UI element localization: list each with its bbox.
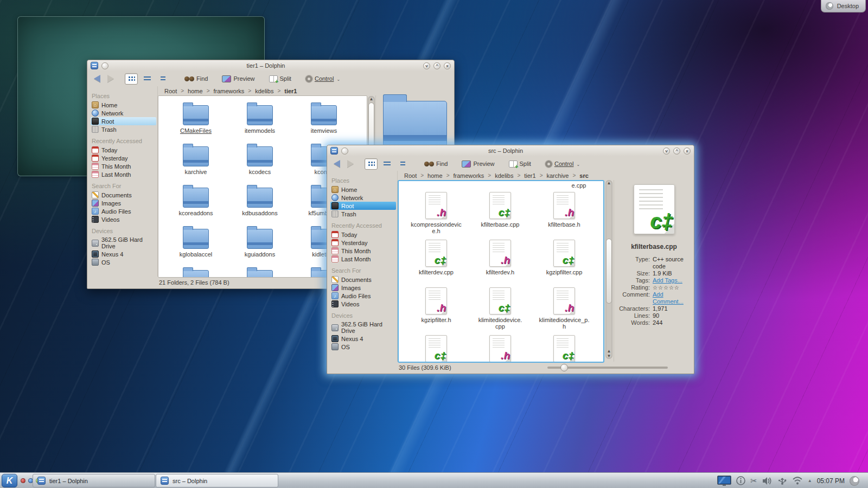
dolphin-app-icon[interactable] <box>330 147 338 155</box>
sidebar-item-last-month[interactable]: Last Month <box>91 170 156 178</box>
back-button[interactable] <box>92 74 103 84</box>
breadcrumb-item[interactable]: karchive <box>547 172 569 179</box>
file-item[interactable] <box>164 263 228 278</box>
preview-button[interactable]: Preview <box>220 74 257 84</box>
control-button[interactable]: Control⌄ <box>543 159 582 169</box>
file-item-kcodecs[interactable]: kcodecs <box>228 139 292 181</box>
folder-view[interactable]: e.cpp kcompressiondevic e.hkfilterbase.c… <box>398 180 604 363</box>
sidebar-item-nexus-4[interactable]: Nexus 4 <box>330 335 396 343</box>
forward-button[interactable] <box>105 74 116 84</box>
file-item-klimitediodevice.cpp[interactable]: klimitediodevice. cpp <box>468 284 532 332</box>
zoom-slider[interactable] <box>547 367 668 369</box>
file-item-kfilterdev.cpp[interactable]: kfilterdev.cpp <box>404 236 468 284</box>
forward-button[interactable] <box>345 159 356 169</box>
find-button[interactable]: Find <box>182 74 210 83</box>
scroll-up-icon[interactable]: ▲ <box>605 181 612 185</box>
sidebar-item-videos[interactable]: Videos <box>91 215 156 223</box>
desktop-toolbox-button[interactable]: Desktop <box>821 0 866 12</box>
maximize-button[interactable]: ^ <box>433 62 441 69</box>
back-button[interactable] <box>331 159 342 169</box>
sidebar-item-this-month[interactable]: This Month <box>330 247 396 255</box>
kde-launcher-button[interactable]: K <box>2 474 17 487</box>
usb-device-icon[interactable] <box>777 477 787 485</box>
sidebar-item-today[interactable]: Today <box>330 230 396 239</box>
vertical-scrollbar[interactable]: ▲ ▲ ▼ <box>605 180 612 359</box>
breadcrumb-item[interactable]: kdelibs <box>255 88 273 94</box>
breadcrumb-item[interactable]: tier1 <box>524 172 535 179</box>
scroll-down-icon[interactable]: ▼ <box>605 354 612 358</box>
file-item-ktar.cpp[interactable]: ktar.cpp <box>532 332 596 363</box>
info-row-link[interactable]: Add Comment... <box>653 291 694 305</box>
sidebar-item-home[interactable]: ⌂Home <box>330 185 396 194</box>
minimize-button[interactable]: v <box>663 147 670 155</box>
sidebar-item-network[interactable]: Network <box>330 194 396 202</box>
breadcrumb-item[interactable]: home <box>427 172 443 179</box>
taskbar-task-src[interactable]: src – Dolphin <box>156 474 278 487</box>
close-button[interactable]: x <box>684 147 691 155</box>
file-item-itemmodels[interactable]: itemmodels <box>228 98 292 139</box>
info-notifications-icon[interactable] <box>736 476 745 485</box>
partial-file-label[interactable]: e.cpp <box>552 182 604 189</box>
maximize-button[interactable]: ^ <box>673 147 680 155</box>
file-item-kfilterbase.h[interactable]: kfilterbase.h <box>532 189 596 236</box>
window-menu-button[interactable] <box>341 147 348 155</box>
display-settings-icon[interactable] <box>717 476 731 486</box>
titlebar[interactable]: tier1 – Dolphin v ^ x <box>87 60 454 71</box>
file-item-kgzipfilter.h[interactable]: kgzipfilter.h <box>404 284 468 332</box>
compact-view-button[interactable] <box>141 73 154 85</box>
sidebar-item-audio-files[interactable]: ♪Audio Files <box>91 207 156 215</box>
sidebar-item-yesterday[interactable]: Yesterday <box>91 154 156 162</box>
pager-dot-red-icon[interactable] <box>21 478 25 483</box>
file-item-karchive[interactable]: karchive <box>164 139 228 181</box>
sidebar-item-trash[interactable]: Trash <box>91 125 156 133</box>
rating-stars[interactable]: ☆☆☆☆☆ <box>653 284 680 291</box>
file-item-knonefilter.cpp[interactable]: knonefilter.cpp <box>404 332 468 363</box>
control-button[interactable]: Control⌄ <box>303 74 342 84</box>
sidebar-item-root[interactable]: Root <box>91 117 156 125</box>
sidebar-item-images[interactable]: Images <box>330 284 396 292</box>
file-item-kcoreaddons[interactable]: kcoreaddons <box>164 181 228 222</box>
wifi-network-icon[interactable] <box>792 477 803 485</box>
titlebar[interactable]: src – Dolphin v ^ x <box>327 145 694 156</box>
dolphin-app-icon[interactable] <box>91 62 98 69</box>
breadcrumb-item[interactable]: tier1 <box>284 88 297 94</box>
sidebar-item-362-5-gib-hard-drive[interactable]: 362.5 GiB Hard Drive <box>330 320 396 335</box>
volume-icon[interactable] <box>762 477 773 485</box>
tray-expander-arrow-icon[interactable]: ▲ <box>808 478 812 483</box>
file-item-klimitediodevice_p.h[interactable]: klimitediodevice_p. h <box>532 284 596 332</box>
breadcrumb-item[interactable]: frameworks <box>453 172 484 179</box>
icons-view-button[interactable] <box>125 73 138 85</box>
klipper-scissors-icon[interactable]: ✂ <box>750 477 757 485</box>
file-item-kfilterdev.h[interactable]: kfilterdev.h <box>468 236 532 284</box>
breadcrumb-item[interactable]: kdelibs <box>495 172 513 179</box>
sidebar-item-os[interactable]: OS <box>330 343 396 351</box>
file-item-kdbusaddons[interactable]: kdbusaddons <box>228 181 292 222</box>
file-item-kcompressiondevice.h[interactable]: kcompressiondevic e.h <box>404 189 468 236</box>
compact-view-button[interactable] <box>380 158 393 170</box>
zoom-slider-handle[interactable] <box>560 364 568 371</box>
details-view-button[interactable] <box>156 73 169 85</box>
details-view-button[interactable] <box>396 158 409 170</box>
sidebar-item-this-month[interactable]: This Month <box>91 162 156 170</box>
sidebar-item-network[interactable]: Network <box>91 109 156 117</box>
breadcrumb-item[interactable]: Root <box>404 172 417 179</box>
close-button[interactable]: x <box>444 62 451 69</box>
sidebar-item-documents[interactable]: Documents <box>91 191 156 199</box>
sidebar-item-last-month[interactable]: Last Month <box>330 255 396 263</box>
breadcrumb-item[interactable]: src <box>579 172 589 179</box>
clock[interactable]: 05:07 PM <box>817 477 845 485</box>
panel-cashew-icon[interactable] <box>850 476 859 486</box>
sidebar-item-os[interactable]: OS <box>91 258 156 266</box>
taskbar-task-tier1[interactable]: tier1 – Dolphin <box>33 474 155 487</box>
split-button[interactable]: Split <box>507 159 533 169</box>
scrollbar-thumb[interactable] <box>606 239 612 304</box>
sidebar-item-home[interactable]: ⌂Home <box>91 101 156 109</box>
sidebar-item-images[interactable]: Images <box>91 199 156 207</box>
sidebar-item-362-5-gib-hard-drive[interactable]: 362.5 GiB Hard Drive <box>91 236 156 250</box>
find-button[interactable]: Find <box>422 159 450 168</box>
info-row-link[interactable]: Add Tags... <box>653 277 682 284</box>
file-item-kfilterbase.cpp[interactable]: kfilterbase.cpp <box>468 189 532 236</box>
breadcrumb-item[interactable]: home <box>188 88 203 94</box>
sidebar-item-trash[interactable]: Trash <box>330 210 396 218</box>
sidebar-item-root[interactable]: Root <box>330 202 396 210</box>
